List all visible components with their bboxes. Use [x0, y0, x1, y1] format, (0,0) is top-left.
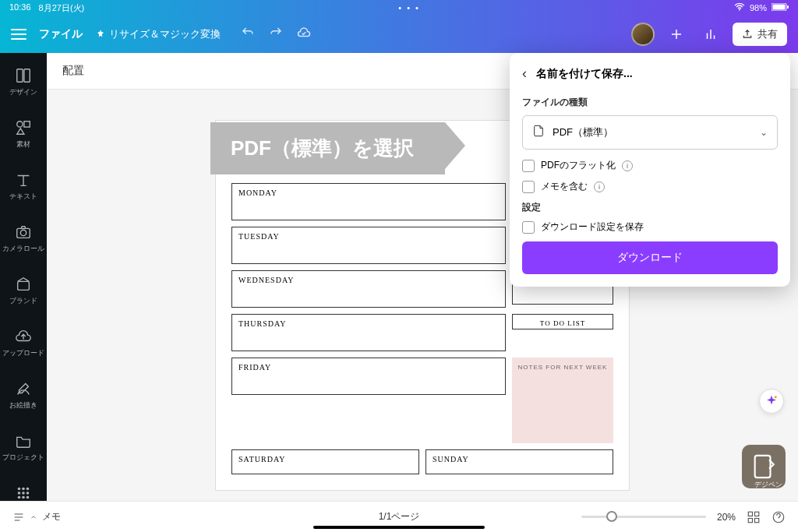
- wifi-icon: [734, 3, 745, 12]
- svg-point-16: [26, 491, 30, 495]
- sidebar-item-projects[interactable]: プロジェクト: [0, 429, 47, 466]
- sidebar-item-camera[interactable]: カメラロール: [0, 220, 47, 257]
- monday-box[interactable]: MONDAY: [231, 183, 506, 220]
- info-icon[interactable]: i: [622, 160, 633, 171]
- wednesday-box[interactable]: WEDNESDAY: [231, 270, 506, 308]
- svg-point-11: [18, 488, 21, 491]
- svg-point-19: [26, 496, 30, 499]
- memo-button[interactable]: メモ: [12, 510, 61, 523]
- insights-icon[interactable]: [698, 22, 723, 47]
- top-toolbar: ファイル リサイズ＆マジック変換 共有: [0, 16, 798, 53]
- menu-icon[interactable]: [11, 29, 26, 40]
- file-menu[interactable]: ファイル: [39, 27, 83, 41]
- panel-title: 名前を付けて保存...: [536, 67, 633, 81]
- svg-point-14: [18, 491, 21, 495]
- instruction-overlay: PDF（標準）を選択: [210, 122, 445, 174]
- svg-rect-2: [772, 5, 785, 10]
- todo-box[interactable]: TO DO LIST: [512, 314, 613, 329]
- add-icon[interactable]: [664, 22, 689, 47]
- pdf-icon: [532, 124, 545, 141]
- save-dl-settings-checkbox[interactable]: ダウンロード設定を保存: [522, 220, 778, 234]
- battery-icon: [772, 3, 789, 12]
- sidebar-item-design[interactable]: デザイン: [0, 64, 47, 100]
- svg-point-12: [22, 488, 25, 491]
- undo-icon[interactable]: [241, 26, 255, 43]
- zoom-slider[interactable]: [581, 516, 706, 518]
- zoom-value: 20%: [717, 512, 736, 523]
- svg-rect-26: [755, 456, 771, 477]
- file-type-select[interactable]: PDF（標準） ⌄: [522, 115, 778, 150]
- battery-percent: 98%: [750, 3, 767, 12]
- notes-box[interactable]: NOTES FOR NEXT WEEK: [512, 358, 613, 443]
- status-time: 10:36: [9, 2, 31, 14]
- status-bar: 10:36 8月27日(火) • • • 98%: [0, 0, 798, 16]
- help-icon[interactable]: [772, 510, 786, 524]
- redo-icon[interactable]: [269, 26, 283, 43]
- svg-rect-21: [748, 512, 752, 516]
- settings-label: 設定: [522, 201, 778, 214]
- left-sidebar: デザイン 素材 テキスト カメラロール ブランド アップロード お絵描き プロ: [0, 53, 47, 501]
- svg-rect-3: [787, 5, 789, 9]
- file-type-label: ファイルの種類: [522, 96, 778, 109]
- include-memo-checkbox[interactable]: メモを含む i: [522, 180, 778, 193]
- svg-rect-24: [755, 518, 759, 522]
- svg-point-15: [22, 491, 25, 495]
- sidebar-item-draw[interactable]: お絵描き: [0, 377, 47, 414]
- svg-point-17: [18, 496, 21, 499]
- svg-rect-23: [748, 518, 752, 522]
- status-date: 8月27日(火): [39, 2, 85, 14]
- cloud-sync-icon[interactable]: [297, 26, 311, 43]
- svg-rect-22: [755, 512, 759, 516]
- svg-rect-10: [18, 281, 30, 290]
- sunday-box[interactable]: SUNDAY: [425, 449, 613, 474]
- thursday-box[interactable]: THURSDAY: [231, 314, 506, 351]
- svg-point-20: [775, 396, 777, 398]
- resize-magic-button[interactable]: リサイズ＆マジック変換: [95, 27, 221, 41]
- share-button[interactable]: 共有: [733, 23, 787, 46]
- chevron-down-icon: ⌄: [760, 127, 768, 138]
- sidebar-item-elements[interactable]: 素材: [0, 116, 47, 153]
- home-indicator[interactable]: [313, 526, 485, 529]
- svg-point-6: [17, 122, 23, 127]
- svg-point-18: [22, 496, 25, 499]
- saturday-box[interactable]: SATURDAY: [231, 449, 419, 474]
- page-indicator[interactable]: 1/1ページ: [379, 510, 420, 523]
- tuesday-box[interactable]: TUESDAY: [231, 227, 506, 264]
- flatten-checkbox[interactable]: PDFのフラット化 i: [522, 159, 778, 172]
- svg-rect-4: [17, 69, 23, 83]
- grid-view-icon[interactable]: [747, 510, 761, 524]
- multitask-dots[interactable]: • • •: [398, 3, 420, 12]
- digipen-badge[interactable]: デジペン: [742, 445, 786, 488]
- friday-box[interactable]: FRIDAY: [231, 358, 506, 395]
- svg-rect-5: [24, 69, 30, 83]
- sidebar-item-upload[interactable]: アップロード: [0, 325, 47, 361]
- export-panel: ‹ 名前を付けて保存... ファイルの種類 PDF（標準） ⌄ PDFのフラット…: [510, 53, 790, 287]
- sidebar-item-brand[interactable]: ブランド: [0, 273, 47, 309]
- back-icon[interactable]: ‹: [522, 65, 527, 82]
- sidebar-item-text[interactable]: テキスト: [0, 168, 47, 205]
- svg-point-0: [739, 9, 740, 11]
- sparkle-fab[interactable]: [759, 389, 784, 414]
- svg-rect-7: [24, 122, 30, 127]
- svg-point-13: [26, 488, 30, 491]
- download-button[interactable]: ダウンロード: [522, 241, 778, 274]
- avatar[interactable]: [631, 23, 655, 46]
- svg-point-9: [20, 230, 26, 235]
- info-icon[interactable]: i: [594, 181, 605, 192]
